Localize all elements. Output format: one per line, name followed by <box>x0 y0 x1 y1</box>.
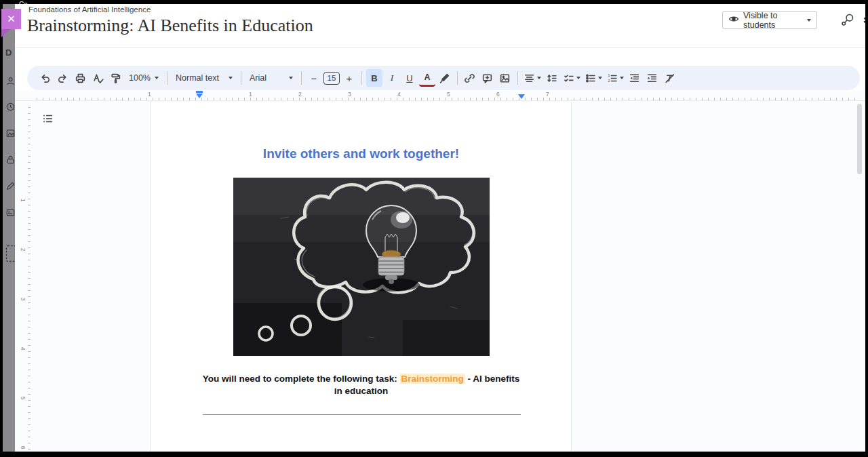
decrease-indent-button[interactable] <box>627 69 643 87</box>
history-icon[interactable] <box>5 102 15 115</box>
print-button[interactable] <box>72 69 88 87</box>
font-family-select[interactable]: Arial <box>245 69 297 87</box>
sidebar-letter: D <box>5 47 12 58</box>
horizontal-ruler: 1 1 2 3 4 5 6 7 <box>31 92 856 100</box>
ruler-number: 4 <box>397 91 401 98</box>
right-indent-marker[interactable] <box>518 94 525 99</box>
increase-indent-button[interactable] <box>644 69 660 87</box>
insert-link-button[interactable] <box>462 69 478 87</box>
toolbar-separator <box>361 71 362 85</box>
scrollbar-thumb[interactable] <box>857 104 862 174</box>
highlight-color-button[interactable] <box>437 69 453 87</box>
chevron-down-icon <box>289 77 293 79</box>
toolbar-separator <box>241 71 241 85</box>
media-icon[interactable] <box>5 128 15 141</box>
content-panel: Foundations of Artificial Intelligence B… <box>15 4 865 452</box>
chevron-down-icon <box>229 77 233 79</box>
zoom-select[interactable]: 100% <box>125 69 163 87</box>
ruler-number: 5 <box>20 397 26 400</box>
font-size-input[interactable]: 15 <box>323 72 340 85</box>
ruler-number: 2 <box>298 91 302 98</box>
numbered-list-button[interactable]: 12 <box>605 69 625 87</box>
lightbulb-chalkboard-image[interactable] <box>233 178 490 356</box>
toolbar-separator <box>457 71 458 85</box>
style-value: Normal text <box>176 73 219 83</box>
visibility-label: Visible to students <box>743 11 803 30</box>
svg-text:2: 2 <box>608 79 610 83</box>
horizontal-rule <box>203 414 521 415</box>
line-spacing-button[interactable] <box>544 69 560 87</box>
visibility-dropdown[interactable]: Visible to students <box>722 11 817 29</box>
ruler-number: 3 <box>348 91 351 98</box>
chevron-down-icon <box>807 19 811 22</box>
close-button-tail <box>1 29 10 37</box>
chevron-down-icon <box>155 77 159 79</box>
ruler-number: 2 <box>20 248 26 252</box>
ruler-number: 3 <box>20 298 26 301</box>
vertical-ruler: 1 2 3 4 5 6 <box>22 102 31 452</box>
ruler-divider <box>15 100 865 101</box>
ruler-ticks <box>28 102 31 452</box>
id-card-icon[interactable] <box>5 207 15 220</box>
ruler-number: 6 <box>496 91 500 98</box>
svg-text:1: 1 <box>608 73 610 77</box>
redo-button[interactable] <box>54 69 71 87</box>
clear-formatting-button[interactable] <box>662 69 678 87</box>
toolbar-separator <box>167 71 167 85</box>
paint-format-button[interactable] <box>107 69 123 87</box>
font-value: Arial <box>250 73 267 83</box>
ruler-number: 6 <box>20 446 26 450</box>
doc-heading[interactable]: Invite others and work together! <box>200 146 522 161</box>
ruler-number: 1 <box>249 91 252 98</box>
chevron-down-icon <box>537 77 541 79</box>
toolbar-separator <box>301 71 302 85</box>
zoom-value: 100% <box>129 73 151 83</box>
chevron-down-icon <box>576 77 580 79</box>
italic-button[interactable]: I <box>384 69 400 87</box>
add-comment-button[interactable] <box>479 69 496 87</box>
pencil-icon[interactable] <box>5 181 15 194</box>
breadcrumb: Foundations of Artificial Intelligence <box>28 5 151 14</box>
task-highlight: Brainstorming <box>400 374 465 384</box>
lms-sidebar: D <box>3 4 15 452</box>
header-divider <box>15 47 865 48</box>
task-prefix: You will need to complete the following … <box>203 374 400 384</box>
editor-toolbar: 100% Normal text Arial − 15 + B I U A <box>27 66 860 90</box>
undo-button[interactable] <box>37 69 53 87</box>
underline-button[interactable]: U <box>401 69 418 87</box>
eye-icon <box>728 14 739 26</box>
bold-button[interactable]: B <box>366 69 382 87</box>
align-button[interactable] <box>522 69 542 87</box>
ruler-number: 1 <box>148 91 151 98</box>
document-outline-icon[interactable] <box>42 113 54 125</box>
section-marquee-icon[interactable] <box>5 245 15 265</box>
text-color-button[interactable]: A <box>419 69 435 87</box>
toolbar-separator <box>517 71 518 85</box>
ruler-number: 4 <box>20 347 26 351</box>
checklist-button[interactable] <box>561 69 582 87</box>
student-view-icon[interactable] <box>840 13 855 28</box>
bulleted-list-button[interactable] <box>583 69 604 87</box>
insert-image-button[interactable] <box>497 69 513 87</box>
paragraph-style-select[interactable]: Normal text <box>172 69 237 87</box>
account-icon[interactable] <box>5 76 15 89</box>
gear-icon[interactable] <box>862 13 865 28</box>
increase-font-button[interactable]: + <box>341 69 357 87</box>
ruler-number: 7 <box>546 91 549 98</box>
ruler-number: 1 <box>20 199 26 202</box>
doc-task-paragraph[interactable]: You will need to complete the following … <box>200 373 522 397</box>
spellcheck-button[interactable] <box>90 69 106 87</box>
ruler-number: 5 <box>447 91 450 98</box>
document-page[interactable]: Invite others and work together! <box>150 102 572 452</box>
decrease-font-button[interactable]: − <box>306 69 322 87</box>
chevron-down-icon <box>620 77 624 79</box>
chevron-down-icon <box>598 77 602 79</box>
left-indent-marker[interactable] <box>196 91 203 98</box>
close-button[interactable]: ✕ <box>1 9 21 29</box>
page-title: Brainstorming: AI Benefits in Education <box>27 16 313 36</box>
document-canvas: 1 1 2 3 4 5 6 7 1 2 3 4 5 6 <box>15 91 865 452</box>
lock-icon[interactable] <box>5 155 15 167</box>
